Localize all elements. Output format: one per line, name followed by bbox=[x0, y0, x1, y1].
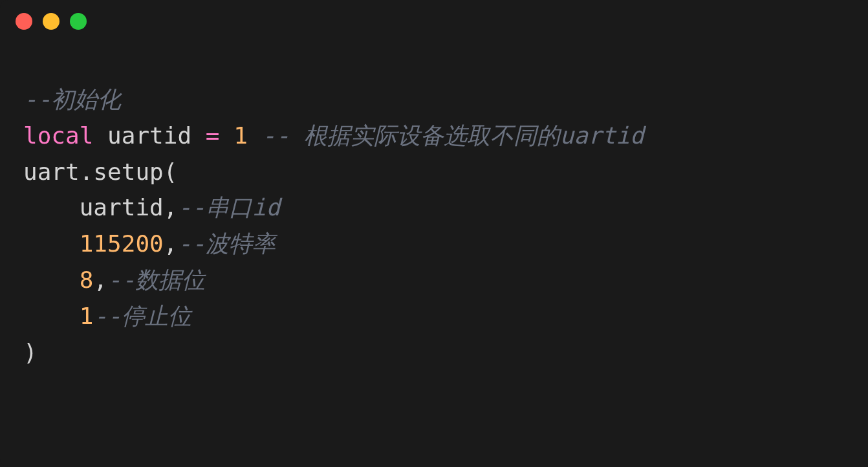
number-literal: 1 bbox=[80, 303, 94, 329]
variable-name: uartid bbox=[93, 122, 205, 149]
minimize-icon[interactable] bbox=[43, 13, 60, 30]
comment-text: --停止位 bbox=[93, 303, 191, 329]
window-titlebar bbox=[0, 0, 868, 43]
function-call: uart.setup( bbox=[23, 158, 177, 185]
number-literal: 115200 bbox=[80, 230, 164, 257]
comment-text: --波特率 bbox=[177, 230, 275, 257]
code-line-2: local uartid = 1 -- 根据实际设备选取不同的uartid bbox=[23, 118, 845, 154]
code-line-7: 1--停止位 bbox=[23, 298, 845, 334]
comma: , bbox=[93, 266, 107, 293]
comment-text: --初始化 bbox=[23, 86, 121, 113]
comma: , bbox=[164, 194, 178, 221]
argument: uartid bbox=[80, 194, 164, 221]
comment-text: -- 根据实际设备选取不同的uartid bbox=[261, 122, 644, 149]
code-line-6: 8,--数据位 bbox=[23, 262, 845, 298]
close-icon[interactable] bbox=[16, 13, 32, 30]
code-line-3: uart.setup( bbox=[23, 154, 845, 190]
terminal-window: --初始化 local uartid = 1 -- 根据实际设备选取不同的uar… bbox=[0, 0, 868, 467]
code-line-8: ) bbox=[23, 334, 845, 371]
code-line-1: --初始化 bbox=[23, 81, 845, 118]
number-literal: 8 bbox=[80, 266, 94, 293]
assign-operator: = bbox=[206, 122, 220, 149]
close-paren: ) bbox=[23, 339, 38, 365]
maximize-icon[interactable] bbox=[70, 13, 87, 30]
code-editor[interactable]: --初始化 local uartid = 1 -- 根据实际设备选取不同的uar… bbox=[0, 43, 868, 393]
comma: , bbox=[164, 230, 178, 257]
code-line-5: 115200,--波特率 bbox=[23, 226, 845, 262]
comment-text: --串口id bbox=[177, 194, 280, 221]
number-literal: 1 bbox=[219, 122, 261, 149]
keyword-local: local bbox=[23, 122, 93, 149]
code-line-4: uartid,--串口id bbox=[23, 190, 845, 226]
comment-text: --数据位 bbox=[107, 266, 205, 293]
